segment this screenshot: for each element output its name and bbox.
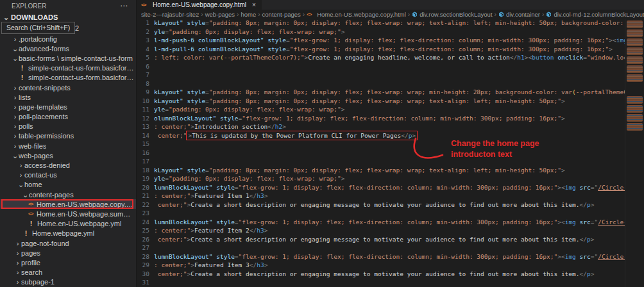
code-line[interactable]: 25: center;">Featured Item 2</h3> (137, 226, 644, 235)
breadcrumb-item[interactable]: home (241, 11, 256, 18)
tree-item[interactable]: ›search (0, 268, 136, 277)
code-line[interactable]: 4l-md-pull-6 columnBlockLayout" style="f… (137, 45, 644, 54)
tree-item[interactable]: ⌄basic-forms \ simple-contact-us-form (0, 53, 136, 63)
tree-item[interactable]: !simple-contact-us-form.basicform.yml (0, 73, 136, 83)
code-token: > (412, 132, 416, 139)
code-token: lumnBlockLayout" (154, 252, 213, 261)
code-line[interactable]: 3l-md-push-6 columnBlockLayout" style="f… (137, 36, 644, 45)
breadcrumb: site-2---rajasubr-site2›web-pages›home›c… (137, 10, 644, 19)
code-line[interactable]: 8 (137, 79, 644, 88)
code-line[interactable]: 29: center;">Featured Item 3</h3> (137, 261, 644, 270)
html-file-icon: <> (141, 2, 149, 8)
code-line[interactable]: 2yle="padding: 0px; display: flex; flex-… (137, 28, 644, 37)
tree-item[interactable]: ›lists (0, 92, 136, 102)
code-line[interactable]: 13: center;">Introduction section</h2> (137, 122, 644, 131)
code-line[interactable]: 12olumnBlockLayout" style="flex-grow: 1;… (137, 114, 644, 123)
tree-item[interactable]: ›profile (0, 258, 136, 267)
tree-item[interactable]: ⌄home (0, 180, 136, 190)
line-number: 31 (137, 278, 149, 287)
tree-item[interactable]: ›.portalconfig (0, 34, 136, 44)
tree-item[interactable]: !simple-contact-us-form.basicform.basicf… (0, 63, 136, 73)
code-line[interactable]: 11yle="padding: 0px; display: flex; flex… (137, 105, 644, 114)
minimap[interactable] (625, 19, 644, 287)
code-line[interactable]: 10kLayout" style="padding: 8px; margin: … (137, 97, 644, 106)
code-line[interactable]: 1kLayout" style="padding: 8px; margin: 0… (137, 19, 644, 28)
tree-item-label: access-denied (24, 161, 70, 169)
tree-item-label: table-permissions (19, 132, 74, 140)
code-line[interactable]: 31 (137, 278, 644, 287)
code-line[interactable]: 26 center;">Create a short description o… (137, 235, 644, 244)
code-line[interactable]: 30 center;">Create a short description o… (137, 270, 644, 279)
vscode-window: EXPLORER ⋯ ⌄ DOWNLOADS site2 ›.portalcon… (0, 0, 644, 287)
code-editor[interactable]: 1kLayout" style="padding: 8px; margin: 0… (137, 19, 644, 287)
code-line[interactable]: 17 (137, 157, 644, 166)
breadcrumb-item[interactable]: web-pages (205, 11, 235, 18)
tree-item[interactable]: ⌄content-pages (0, 190, 136, 199)
code-line[interactable]: 5: left; color: var(--portalThemeColor7)… (137, 53, 644, 62)
code-line[interactable]: 18kLayout" style="padding: 8px; margin: … (137, 166, 644, 175)
tree-item[interactable]: ›contact-us (0, 170, 136, 180)
tree-item-label: contact-us (24, 171, 57, 179)
breadcrumb-label: site-2---rajasubr-site2 (141, 11, 199, 18)
tree-root-downloads[interactable]: ⌄ DOWNLOADS (0, 10, 136, 22)
code-line[interactable]: 7 (137, 70, 644, 79)
code-token: style (187, 166, 206, 175)
code-line[interactable]: 23 (137, 209, 644, 218)
close-icon[interactable]: × (252, 1, 256, 8)
minimap-code-block (627, 56, 643, 64)
code-line[interactable]: 22 center;">Create a short description o… (137, 201, 644, 209)
tree-item[interactable]: ›page-not-found (0, 238, 136, 248)
code-token: "flex-grow: 1; display: flex; flex-direc… (290, 36, 609, 45)
code-line[interactable]: 15 (137, 140, 644, 149)
breadcrumb-item[interactable]: <>Home.en-US.webpage.copy.html (307, 11, 406, 18)
code-line[interactable]: 20lumnBlockLayout" style="flex-grow: 1; … (137, 183, 644, 192)
breadcrumb-item[interactable]: content-pages (262, 11, 301, 18)
code-line[interactable]: 9kLayout" style="padding: 8px; margin: 0… (137, 88, 644, 97)
chevron-right-icon: › (17, 162, 24, 168)
code-token: "padding: 0px; display: flex; flex-wrap:… (169, 174, 341, 183)
tree-item[interactable]: ›web-files (0, 141, 136, 151)
tree-item[interactable]: ⌄web-pages (0, 151, 136, 160)
tree-item[interactable]: ›poll-placements (0, 112, 136, 122)
line-number: 4 (137, 45, 149, 54)
tree-item[interactable]: <>Home.en-US.webpage.summary.html (0, 209, 136, 218)
tree-item[interactable]: ›polls (0, 122, 136, 131)
code-line[interactable]: 16 (137, 149, 644, 158)
tree-item[interactable]: ›table-permissions (0, 131, 136, 141)
tree-item[interactable]: ⌄advanced-forms (0, 44, 136, 53)
tree-item[interactable]: ›page-templates (0, 102, 136, 111)
tree-item[interactable]: <>Home.en-US.webpage.copy.html (0, 199, 136, 209)
tree-item[interactable]: ›subpage-1 (0, 277, 136, 287)
tree-item-label: Home.webpage.yml (32, 229, 94, 237)
minimap-code-block (627, 114, 643, 122)
code-line[interactable]: 28lumnBlockLayout" style="flex-grow: 1; … (137, 252, 644, 261)
breadcrumb-item[interactable]: div.col-md-12.columnBlockLayout (546, 11, 644, 18)
code-line[interactable]: 27 (137, 243, 644, 252)
tree-item[interactable]: !Home.en-US.webpage.yml (0, 219, 136, 229)
tree-item[interactable]: ›content-snippets (0, 83, 136, 92)
tree-item[interactable]: ›pages (0, 248, 136, 258)
breadcrumb-item[interactable]: div.container (498, 11, 540, 18)
line-number: 29 (137, 261, 149, 270)
code-line[interactable]: 21: center;">Featured Item 1</h3> (137, 192, 644, 201)
breadcrumb-label: div.col-md-12.columnBlockLayout (554, 11, 644, 18)
more-actions-icon[interactable]: ⋯ (120, 1, 128, 10)
code-token: >< (557, 218, 564, 227)
warning-icon: ! (28, 220, 34, 227)
code-line[interactable]: 14 center;">This is updated by the Power… (137, 131, 644, 140)
code-token: : center;" (154, 122, 191, 131)
editor-group: <> Home.en-US.webpage.copy.html × site-2… (137, 0, 644, 287)
code-token: =" (591, 218, 598, 227)
breadcrumb-label: content-pages (262, 11, 301, 18)
code-line[interactable]: 6 (137, 62, 644, 71)
tree-item[interactable]: !Home.webpage.yml (0, 229, 136, 238)
code-line[interactable]: 24lumnBlockLayout" style="flex-grow: 1; … (137, 218, 644, 227)
tree-item[interactable]: ›access-denied (0, 160, 136, 170)
breadcrumb-item[interactable]: div.row.sectionBlockLayout (412, 11, 492, 18)
breadcrumb-item[interactable]: site-2---rajasubr-site2 (141, 11, 199, 18)
html-file-icon: <> (28, 211, 37, 217)
tab-home-webpage-copy[interactable]: <> Home.en-US.webpage.copy.html × (137, 0, 262, 10)
code-token: =" (591, 183, 598, 192)
minimap-code-block (627, 123, 643, 131)
code-line[interactable]: 19yle="padding: 0px; display: flex; flex… (137, 174, 644, 183)
